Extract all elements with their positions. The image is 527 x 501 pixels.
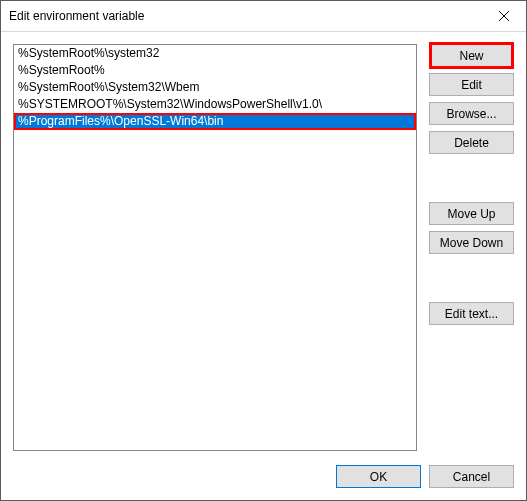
path-item[interactable]: %SystemRoot%\system32	[14, 45, 416, 62]
main-row: %SystemRoot%\system32%SystemRoot%%System…	[13, 44, 514, 451]
browse-button[interactable]: Browse...	[429, 102, 514, 125]
path-listbox[interactable]: %SystemRoot%\system32%SystemRoot%%System…	[13, 44, 417, 451]
path-item[interactable]: %SystemRoot%\System32\Wbem	[14, 79, 416, 96]
move-up-button[interactable]: Move Up	[429, 202, 514, 225]
window-title: Edit environment variable	[9, 9, 481, 23]
dialog-body: %SystemRoot%\system32%SystemRoot%%System…	[1, 32, 526, 500]
titlebar: Edit environment variable	[1, 1, 526, 32]
move-down-button[interactable]: Move Down	[429, 231, 514, 254]
close-button[interactable]	[481, 1, 526, 31]
path-item[interactable]: %SystemRoot%	[14, 62, 416, 79]
button-sidebar: New Edit Browse... Delete Move Up Move D…	[429, 44, 514, 451]
ok-button[interactable]: OK	[336, 465, 421, 488]
cancel-button[interactable]: Cancel	[429, 465, 514, 488]
edit-text-button[interactable]: Edit text...	[429, 302, 514, 325]
path-item[interactable]: %SYSTEMROOT%\System32\WindowsPowerShell\…	[14, 96, 416, 113]
dialog-footer: OK Cancel	[13, 451, 514, 488]
dialog-window: Edit environment variable %SystemRoot%\s…	[0, 0, 527, 501]
path-item[interactable]: %ProgramFiles%\OpenSSL-Win64\bin	[14, 113, 416, 130]
new-button[interactable]: New	[429, 42, 514, 69]
delete-button[interactable]: Delete	[429, 131, 514, 154]
close-icon	[499, 11, 509, 21]
edit-button[interactable]: Edit	[429, 73, 514, 96]
